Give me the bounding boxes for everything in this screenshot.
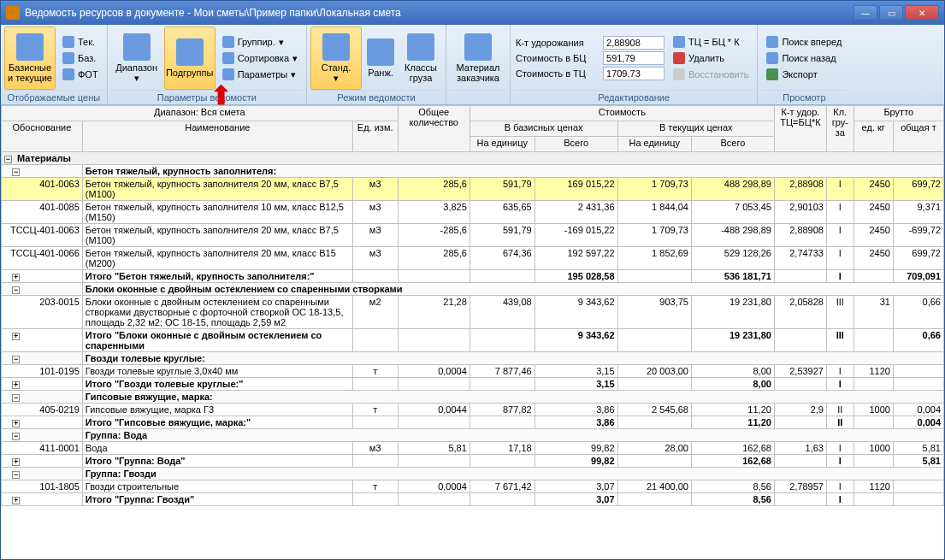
cell[interactable]: 5,81 <box>893 442 943 455</box>
cell[interactable]: III <box>826 296 853 329</box>
cell[interactable]: 20 003,00 <box>617 365 691 378</box>
cell[interactable] <box>617 493 691 506</box>
cell[interactable]: 0,004 <box>893 404 943 416</box>
cell[interactable]: 699,72 <box>893 247 943 270</box>
cell[interactable]: 699,72 <box>893 178 943 201</box>
cell[interactable]: 1120 <box>853 480 893 493</box>
customer-material-button[interactable]: Материал заказчика <box>450 27 506 90</box>
cell[interactable]: I <box>826 270 853 283</box>
cell[interactable]: 2,90103 <box>774 201 826 224</box>
cell[interactable]: 8,00 <box>691 378 774 391</box>
cell[interactable]: 195 028,58 <box>535 270 617 283</box>
category-row[interactable]: − Материалы <box>2 152 944 165</box>
stbc-input[interactable] <box>603 51 664 65</box>
cell[interactable]: 591,79 <box>470 178 535 201</box>
cell[interactable]: Итого "Блоки оконные с двойным остеклени… <box>82 329 352 352</box>
cell[interactable] <box>893 378 943 391</box>
cell[interactable]: 11,20 <box>691 416 774 429</box>
cell[interactable]: 31 <box>853 296 893 329</box>
cell[interactable]: 635,65 <box>470 201 535 224</box>
cell[interactable]: 529 128,26 <box>691 247 774 270</box>
cell[interactable]: т <box>352 404 398 416</box>
cell[interactable]: + <box>2 270 83 283</box>
cell[interactable]: 2,53927 <box>774 365 826 378</box>
cell[interactable] <box>774 493 826 506</box>
cell[interactable]: Итого "Гвозди толевые круглые:" <box>82 378 352 391</box>
group-title[interactable]: Группа: Гвозди <box>82 468 943 480</box>
close-button[interactable]: ✕ <box>905 5 939 21</box>
base-current-button[interactable]: Базисные и текущие <box>4 27 56 90</box>
cell[interactable]: м3 <box>352 247 398 270</box>
group-row[interactable]: − <box>2 391 83 404</box>
cell[interactable]: Итого "Гипсовые вяжущие, марка:" <box>82 416 352 429</box>
group-row[interactable]: − <box>2 429 83 442</box>
cell[interactable]: I <box>826 493 853 506</box>
cell[interactable]: I <box>826 378 853 391</box>
cell[interactable]: -488 298,89 <box>691 224 774 247</box>
cell[interactable]: 169 015,22 <box>535 178 617 201</box>
cell[interactable]: I <box>826 442 853 455</box>
cell[interactable]: 101-0195 <box>2 365 83 378</box>
cell[interactable]: 3,15 <box>535 365 617 378</box>
cell[interactable] <box>617 416 691 429</box>
cell[interactable]: 162,68 <box>691 455 774 468</box>
cell[interactable]: 0,66 <box>893 329 943 352</box>
cell[interactable]: 0,004 <box>893 416 943 429</box>
cell[interactable]: 2,78957 <box>774 480 826 493</box>
cell[interactable]: 285,6 <box>398 178 470 201</box>
cell[interactable]: 3,86 <box>535 416 617 429</box>
search-fwd-button[interactable]: Поиск вперед <box>763 34 845 50</box>
cell[interactable]: + <box>2 493 83 506</box>
cell[interactable]: 1 852,69 <box>617 247 691 270</box>
collapse-icon[interactable]: − <box>4 156 12 163</box>
cell[interactable]: 0,0004 <box>398 480 470 493</box>
cell[interactable] <box>853 416 893 429</box>
group-title[interactable]: Гвозди толевые круглые: <box>82 352 943 365</box>
cell[interactable]: ТССЦ-401-0066 <box>2 247 83 270</box>
group-button[interactable]: Группир. ▾ <box>219 34 301 50</box>
cell[interactable]: т <box>352 365 398 378</box>
collapse-icon[interactable]: − <box>12 394 20 402</box>
cell[interactable]: 19 231,80 <box>691 329 774 352</box>
cell[interactable] <box>617 329 691 352</box>
collapse-icon[interactable]: − <box>12 168 20 176</box>
cell[interactable]: 2450 <box>853 201 893 224</box>
cell[interactable]: + <box>2 378 83 391</box>
cell[interactable]: 488 298,89 <box>691 178 774 201</box>
baz-button[interactable]: Баз. <box>59 50 102 66</box>
expand-icon[interactable]: + <box>12 458 20 466</box>
cell[interactable]: Итого "Группа: Гвозди" <box>82 493 352 506</box>
expand-icon[interactable]: + <box>12 497 20 504</box>
cell[interactable] <box>774 378 826 391</box>
cell[interactable] <box>617 378 691 391</box>
cell[interactable]: Бетон тяжелый, крупность заполнителя 10 … <box>82 201 352 224</box>
cell[interactable]: 2,88908 <box>774 178 826 201</box>
collapse-icon[interactable]: − <box>12 356 20 363</box>
cell[interactable] <box>352 378 398 391</box>
range-button[interactable]: Диапазон ▾ <box>111 27 162 90</box>
cell[interactable]: 2,74733 <box>774 247 826 270</box>
cell[interactable]: Гвозди строительные <box>82 480 352 493</box>
cell[interactable]: 2450 <box>853 224 893 247</box>
cell[interactable] <box>774 329 826 352</box>
cell[interactable] <box>398 270 470 283</box>
cell[interactable]: т <box>352 480 398 493</box>
cell[interactable] <box>774 270 826 283</box>
cell[interactable]: м2 <box>352 296 398 329</box>
expand-icon[interactable]: + <box>12 381 20 389</box>
cell[interactable]: -169 015,22 <box>535 224 617 247</box>
cell[interactable]: 19 231,80 <box>691 296 774 329</box>
cell[interactable]: 11,20 <box>691 404 774 416</box>
cell[interactable] <box>853 270 893 283</box>
cell[interactable] <box>398 329 470 352</box>
cell[interactable]: 2,05828 <box>774 296 826 329</box>
grid[interactable]: Диапазон: Вся смета Общее количество Сто… <box>1 105 944 559</box>
cell[interactable]: 9 343,62 <box>535 329 617 352</box>
sort-button[interactable]: Сортировка ▾ <box>219 50 301 66</box>
cell[interactable]: ТССЦ-401-0063 <box>2 224 83 247</box>
cell[interactable]: Гвозди толевые круглые 3,0х40 мм <box>82 365 352 378</box>
cell[interactable]: 8,00 <box>691 365 774 378</box>
cell[interactable]: + <box>2 329 83 352</box>
cell[interactable] <box>853 378 893 391</box>
collapse-icon[interactable]: − <box>12 433 20 440</box>
